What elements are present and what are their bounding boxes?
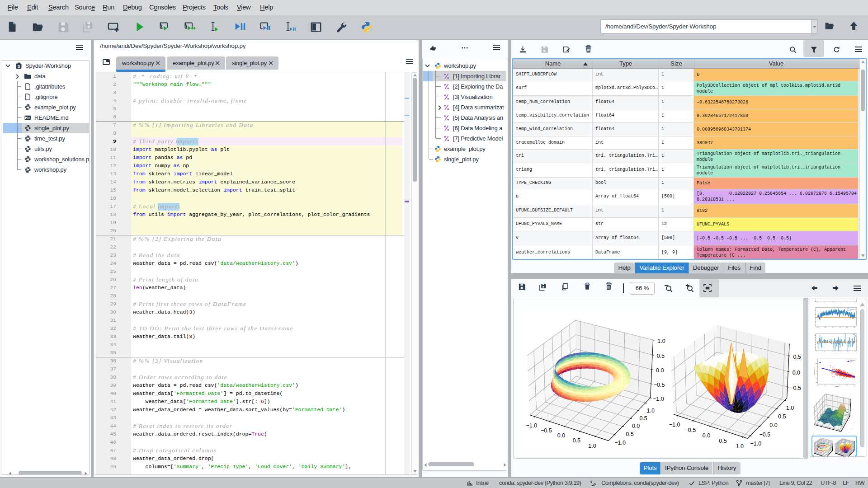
svg-text:0.0: 0.0 <box>557 432 565 439</box>
svg-text:Temperature (C): Temperature (C) <box>814 367 815 375</box>
svg-text:Humidity: Humidity <box>835 386 839 387</box>
svg-text:1.0: 1.0 <box>786 405 794 411</box>
svg-text:Model: Model <box>850 361 853 362</box>
svg-text:1.0: 1.0 <box>588 443 596 449</box>
svg-text:0.5: 0.5 <box>573 437 580 444</box>
svg-text:mean: mean <box>849 310 852 310</box>
svg-text:−1.0: −1.0 <box>526 422 537 429</box>
svg-text:1.0: 1.0 <box>647 408 655 414</box>
svg-text:0.5: 0.5 <box>778 413 786 420</box>
svg-text:−0.5: −0.5 <box>790 385 801 391</box>
svg-text:Temperature (C): Temperature (C) <box>849 309 856 310</box>
svg-text:−1.0: −1.0 <box>614 440 626 446</box>
svg-text:−0.5: −0.5 <box>623 431 634 437</box>
svg-text:0.0: 0.0 <box>793 370 800 376</box>
svg-text:0.0: 0.0 <box>656 367 664 374</box>
svg-text:0.5: 0.5 <box>793 354 801 360</box>
svg-text:−0.5: −0.5 <box>760 432 771 438</box>
svg-text:−1.0: −1.0 <box>669 422 680 428</box>
svg-text:0.0: 0.0 <box>769 422 777 428</box>
svg-text:0.5: 0.5 <box>657 353 665 359</box>
svg-text:0.5: 0.5 <box>719 438 726 444</box>
svg-text:1.0: 1.0 <box>837 456 838 457</box>
svg-text:−0.5: −0.5 <box>685 427 696 433</box>
svg-text:0.0: 0.0 <box>632 423 640 429</box>
svg-text:0.5: 0.5 <box>639 415 647 422</box>
svg-text:1.0: 1.0 <box>736 443 744 450</box>
svg-text:1.0: 1.0 <box>657 338 665 344</box>
svg-text:−0.5: −0.5 <box>541 427 552 434</box>
svg-text:−1.0: −1.0 <box>653 396 664 402</box>
svg-text:0.0: 0.0 <box>703 432 710 439</box>
svg-text:−1.0: −1.0 <box>750 441 761 447</box>
svg-text:S: S <box>18 64 20 69</box>
svg-text:Observation: Observation <box>850 360 855 361</box>
svg-text:−0.5: −0.5 <box>654 382 665 388</box>
